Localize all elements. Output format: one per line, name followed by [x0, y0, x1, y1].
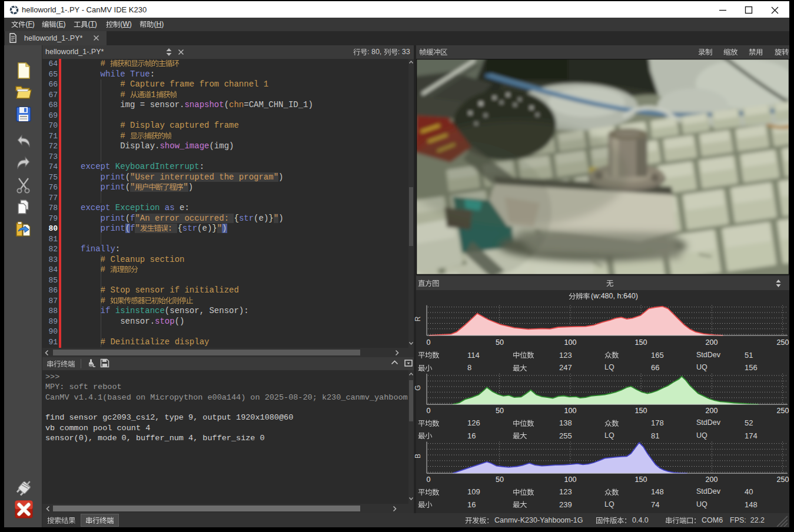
svg-text:B: B — [414, 454, 422, 458]
